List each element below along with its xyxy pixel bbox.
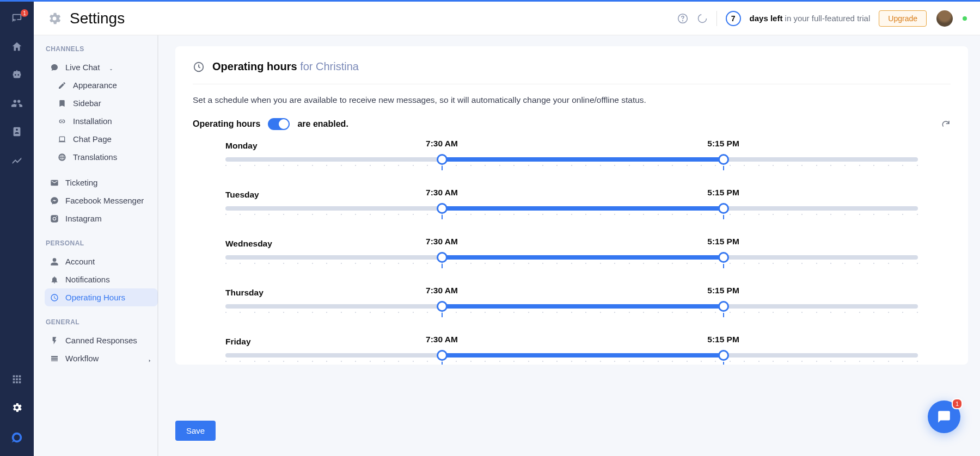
inbox-badge: 1: [21, 9, 28, 17]
start-time-label: 7:30 AM: [426, 237, 458, 247]
home-icon[interactable]: [11, 41, 23, 53]
refresh-icon[interactable]: [941, 119, 951, 129]
main-content: Operating hours for Christina Set a sche…: [163, 35, 980, 456]
user-avatar[interactable]: [935, 9, 954, 28]
time-range-slider[interactable]: 7:30 AM 5:15 PM: [225, 155, 918, 170]
schedule-day-row: Friday 7:30 AM 5:15 PM: [225, 337, 918, 365]
slider-handle-start[interactable]: [437, 252, 448, 263]
help-icon[interactable]: [677, 13, 688, 24]
upgrade-button[interactable]: Upgrade: [879, 10, 927, 27]
schedule-day-row: Tuesday 7:30 AM 5:15 PM: [225, 190, 918, 219]
sidebar-item-account[interactable]: Account: [45, 252, 158, 270]
inbox-icon[interactable]: 1: [11, 13, 23, 24]
bell-icon: [50, 275, 59, 284]
end-time-label: 5:15 PM: [707, 188, 739, 198]
slider-handle-start[interactable]: [437, 350, 448, 361]
day-name: Thursday: [225, 288, 334, 298]
card-description: Set a schedule when you are available to…: [193, 95, 951, 105]
bot-icon[interactable]: [11, 69, 23, 81]
sidebar-label: Operating Hours: [65, 293, 125, 302]
end-time-label: 5:15 PM: [707, 237, 739, 247]
end-time-label: 5:15 PM: [707, 139, 739, 149]
sidebar-item-facebook-messenger[interactable]: Facebook Messenger: [45, 192, 158, 209]
mail-icon: [50, 178, 59, 187]
toggle-status-text: are enabled.: [297, 119, 348, 129]
start-time-label: 7:30 AM: [426, 139, 458, 149]
chevron-right-icon: [147, 356, 152, 361]
save-button[interactable]: Save: [175, 421, 216, 441]
day-name: Wednesday: [225, 239, 334, 249]
sidebar-label: Notifications: [65, 275, 110, 284]
chat-fab-badge: 1: [952, 398, 963, 409]
start-time-label: 7:30 AM: [426, 286, 458, 295]
sidebar-item-ticketing[interactable]: Ticketing: [45, 174, 158, 192]
sidebar-item-operating-hours[interactable]: Operating Hours: [45, 288, 158, 306]
pencil-icon: [58, 81, 66, 90]
sidebar-label: Ticketing: [65, 178, 97, 187]
slider-handle-end[interactable]: [718, 252, 729, 263]
sidebar-label: Appearance: [73, 81, 117, 90]
time-range-slider[interactable]: 7:30 AM 5:15 PM: [225, 351, 918, 365]
chat-icon: [50, 63, 59, 72]
operating-hours-card: Operating hours for Christina Set a sche…: [175, 46, 968, 365]
sidebar-label: Chat Page: [73, 134, 112, 144]
end-time-label: 5:15 PM: [707, 335, 739, 344]
settings-icon[interactable]: [11, 402, 23, 414]
apps-icon[interactable]: [11, 373, 23, 385]
clock-icon: [193, 61, 205, 73]
sidebar-label: Live Chat: [65, 63, 100, 72]
time-range-slider[interactable]: 7:30 AM 5:15 PM: [225, 253, 918, 268]
trial-text: days left in your full-featured trial: [750, 14, 871, 23]
progress-ring-icon[interactable]: [697, 13, 708, 24]
sidebar-item-canned-responses[interactable]: Canned Responses: [45, 331, 158, 349]
globe-icon: [58, 153, 66, 162]
slider-handle-start[interactable]: [437, 154, 448, 165]
sidebar-item-live-chat[interactable]: Live Chat: [45, 58, 158, 76]
slider-handle-end[interactable]: [718, 301, 729, 312]
slider-handle-end[interactable]: [718, 154, 729, 165]
sidebar-item-instagram[interactable]: Instagram: [45, 209, 158, 227]
divider: [716, 11, 717, 26]
sidebar-label: Account: [65, 257, 95, 266]
messenger-icon: [50, 196, 59, 205]
schedule-day-row: Monday 7:30 AM 5:15 PM: [225, 141, 918, 170]
sidebar-item-sidebar[interactable]: Sidebar: [45, 94, 158, 112]
analytics-icon[interactable]: [11, 154, 23, 166]
contacts-icon[interactable]: [11, 126, 23, 138]
time-range-slider[interactable]: 7:30 AM 5:15 PM: [225, 302, 918, 317]
sidebar-item-appearance[interactable]: Appearance: [45, 76, 158, 94]
sidebar-item-notifications[interactable]: Notifications: [45, 270, 158, 288]
section-label-personal: PERSONAL: [46, 239, 158, 247]
day-name: Tuesday: [225, 190, 334, 200]
svg-point-1: [682, 20, 683, 21]
sidebar-item-chat-page[interactable]: Chat Page: [45, 130, 158, 148]
app-logo-icon[interactable]: [9, 430, 24, 445]
slider-handle-start[interactable]: [437, 301, 448, 312]
start-time-label: 7:30 AM: [426, 335, 458, 344]
time-range-slider[interactable]: 7:30 AM 5:15 PM: [225, 204, 918, 219]
laptop-icon: [58, 135, 66, 144]
card-title: Operating hours for Christina: [212, 60, 359, 73]
online-status-dot: [963, 16, 967, 21]
sidebar-label: Translations: [73, 152, 117, 162]
slider-handle-end[interactable]: [718, 203, 729, 214]
sidebar-item-workflow[interactable]: Workflow: [45, 349, 158, 367]
people-icon[interactable]: [11, 97, 23, 109]
slider-handle-end[interactable]: [718, 350, 729, 361]
schedule-list: Monday 7:30 AM 5:15 PM Tuesday 7:30 AM 5…: [193, 141, 951, 365]
operating-hours-toggle[interactable]: [268, 118, 290, 130]
sidebar-item-installation[interactable]: Installation: [45, 112, 158, 130]
settings-sidebar: CHANNELS Live Chat Appearance Sidebar In…: [34, 35, 163, 456]
section-label-general: GENERAL: [46, 318, 158, 326]
gear-icon: [47, 11, 62, 26]
sidebar-item-translations[interactable]: Translations: [45, 148, 158, 166]
chat-fab[interactable]: 1: [928, 400, 960, 433]
start-time-label: 7:30 AM: [426, 188, 458, 198]
toggle-label: Operating hours: [193, 119, 260, 129]
slider-handle-start[interactable]: [437, 203, 448, 214]
day-name: Monday: [225, 141, 334, 151]
day-name: Friday: [225, 337, 334, 347]
bolt-icon: [50, 336, 59, 345]
sidebar-label: Sidebar: [73, 98, 101, 108]
schedule-day-row: Thursday 7:30 AM 5:15 PM: [225, 288, 918, 317]
